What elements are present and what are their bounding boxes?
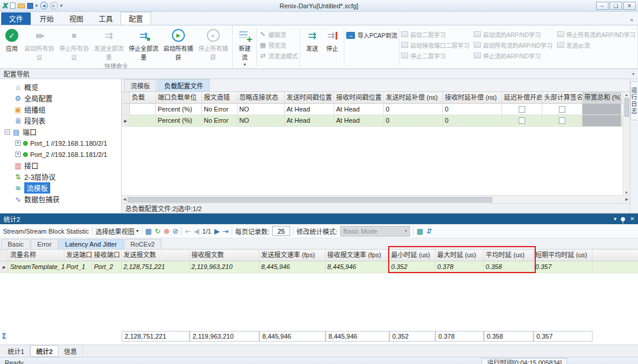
collapse-expander-icon[interactable] <box>5 129 10 135</box>
tab-statistics-2[interactable]: 统计2 <box>30 345 58 357</box>
column-header[interactable]: 发送时间戳位置 <box>285 92 334 103</box>
new-stream-button[interactable]: 新建流 ▾ <box>235 27 255 67</box>
tab-file[interactable]: 文件 <box>1 12 31 25</box>
stop-all-stream-arp-nd-button[interactable]: 停止所有流的ARP/ND学习 <box>557 29 636 39</box>
start-stream-arp-nd-button[interactable]: 启动流的ARP/ND学习 <box>474 29 552 39</box>
nav-item-segment-list[interactable]: ≣段列表 <box>0 115 121 126</box>
column-header[interactable]: 发送报文速率 (fps) <box>259 250 325 261</box>
column-header[interactable]: 短期平均时延 (us) <box>533 250 593 261</box>
header-signature-checkbox[interactable] <box>559 117 565 124</box>
column-header[interactable]: 接收报文数 <box>190 250 259 261</box>
open-file-icon[interactable] <box>18 4 25 8</box>
last-page-icon[interactable]: ⇥ <box>223 228 229 235</box>
nav-item-port-1[interactable]: Port_1 //192.168.1.180/2/1 <box>0 137 121 149</box>
nav-item-interface[interactable]: ▥接口 <box>0 160 121 171</box>
preview-stream-button[interactable]: ▦ 预览流 <box>259 40 298 50</box>
column-header[interactable]: 接收报文速率 (fps) <box>325 250 389 261</box>
nav-item-packet-capture[interactable]: ∿数据包捕获 <box>0 194 121 205</box>
maximize-button[interactable] <box>610 2 622 10</box>
tab-statistics-1[interactable]: 统计1 <box>2 346 30 356</box>
load-profile-row-1[interactable]: Percent (%) No Error NO At Head At Head … <box>122 104 623 115</box>
column-header[interactable]: 带宽总和 (%) <box>582 92 621 103</box>
column-header[interactable]: 发送端口 <box>64 250 92 261</box>
nav-item-stream-template[interactable]: ≋流模板 <box>0 182 121 194</box>
tab-info[interactable]: 信息 <box>58 346 83 356</box>
nav-item-overview[interactable]: ⌂概览 <box>0 81 121 93</box>
column-header[interactable]: 发送报文数 <box>122 250 190 261</box>
tab-stream-template-doc[interactable]: 流模板 <box>124 79 157 91</box>
stream-send-mode-button[interactable]: ⇄ 流发送模式 <box>259 51 298 61</box>
nav-item-ports[interactable]: ▤端口 <box>0 126 121 137</box>
undo-icon[interactable]: ◀ <box>40 2 48 9</box>
scrollbar-thumb[interactable] <box>624 98 629 117</box>
column-header[interactable]: 最小时延 (us) <box>389 250 435 261</box>
tab-basic[interactable]: Basic <box>1 239 30 249</box>
scroll-right-icon[interactable]: ▶ <box>626 197 629 202</box>
send-all-traffic-button[interactable]: 发送全部流量 <box>92 27 126 61</box>
new-file-icon[interactable] <box>10 2 15 9</box>
column-header[interactable]: 延迟补偿开启 <box>502 92 542 103</box>
stop-l2-learning-button[interactable]: 停止二层学习 <box>401 51 469 60</box>
stop-stream-arp-nd-button[interactable]: 停止流的ARP/ND学习 <box>474 51 552 60</box>
refresh-icon[interactable]: ↻ <box>155 228 161 235</box>
apply-button[interactable]: 应用 <box>2 27 22 53</box>
horizontal-scrollbar[interactable]: ◀ ▶ <box>122 195 630 203</box>
column-header[interactable]: 接收时延补偿 (ns) <box>443 92 502 103</box>
column-header[interactable]: 接收时间戳位置 <box>334 92 384 103</box>
quick-access-dropdown-icon[interactable]: ▾ <box>60 3 63 8</box>
panel-dropdown-icon[interactable]: ▾ <box>614 216 617 222</box>
page-size-input[interactable] <box>272 226 290 236</box>
tab-rocev2[interactable]: RoCEv2 <box>124 239 161 249</box>
close-button[interactable] <box>623 2 636 10</box>
pin-icon[interactable] <box>621 217 625 221</box>
stop-all-captures-button[interactable]: 停止所有捕获 <box>196 27 230 61</box>
tab-view[interactable]: 视图 <box>61 12 91 25</box>
next-page-icon[interactable]: ▶ <box>214 228 220 235</box>
latency-compensation-checkbox[interactable] <box>519 106 525 113</box>
panel-dropdown-icon[interactable]: ▾ <box>632 71 634 77</box>
tab-start[interactable]: 开始 <box>32 12 61 25</box>
column-header[interactable]: 忽略连接状态 <box>237 92 285 103</box>
tab-tools[interactable]: 工具 <box>91 12 121 25</box>
load-profile-row-2-selected[interactable]: Percent (%) No Error NO At Head At Head … <box>122 115 623 127</box>
expand-expander-icon[interactable] <box>15 152 21 157</box>
collapse-ribbon-icon[interactable] <box>630 18 633 24</box>
start-rx-port-l2-learning-button[interactable]: 启动接收端口二层学习 <box>401 40 469 50</box>
scroll-up-icon[interactable]: ▲ <box>624 93 629 97</box>
first-page-icon[interactable]: ⇤ <box>185 228 191 235</box>
column-header[interactable]: 流量名称 <box>8 250 64 261</box>
close-panel-icon[interactable]: ✕ <box>630 216 634 222</box>
start-all-stream-arp-nd-button[interactable]: 启动所有流的ARP/ND学习 <box>474 40 552 50</box>
grid-view-icon[interactable]: ▦ <box>145 228 152 235</box>
redo-icon[interactable]: ▶ <box>50 2 58 9</box>
scroll-down-icon[interactable]: ▼ <box>624 191 629 195</box>
tab-error[interactable]: Error <box>31 239 58 249</box>
column-header[interactable]: 端口负载单位 <box>156 92 202 103</box>
clear-statistics-icon[interactable]: ⊗ <box>164 228 170 235</box>
minimize-button[interactable] <box>596 2 608 10</box>
column-header[interactable]: 负载 <box>130 92 156 103</box>
run-log-tab[interactable]: 运行日志 <box>630 81 638 120</box>
save-icon[interactable] <box>27 3 33 9</box>
column-header[interactable]: 报文造错 <box>202 92 237 103</box>
save-dropdown-icon[interactable]: ▾ <box>35 3 38 8</box>
edit-stream-button[interactable]: ✎ 编辑流 <box>259 29 298 40</box>
stop-all-traffic-button[interactable]: 停止全部流量 <box>126 27 161 61</box>
sort-icon[interactable]: ⇵ <box>426 228 432 235</box>
start-l2-learning-button[interactable]: 启动二层学习 <box>401 29 469 39</box>
nav-item-l23-protocols[interactable]: ⇅2-3层协议 <box>0 171 121 182</box>
tab-latency-and-jitter[interactable]: Latency And Jitter <box>58 239 123 249</box>
stop-all-protocols-button[interactable]: 停止所有协议 <box>57 27 92 61</box>
latency-compensation-checkbox[interactable] <box>519 117 525 124</box>
filter-icon[interactable]: ⊘ <box>172 228 178 235</box>
send-button[interactable]: 发送 <box>302 27 322 53</box>
column-header[interactable]: 头部计算签名 <box>542 92 582 103</box>
header-signature-checkbox[interactable] <box>559 106 565 113</box>
select-result-view-button[interactable]: 选择结果视图▾ <box>96 227 139 236</box>
nav-item-port-2[interactable]: Port_2 //192.168.1.181/2/1 <box>0 149 121 160</box>
stop-button[interactable]: 停止 <box>322 27 342 53</box>
nav-item-global-config[interactable]: ⚙全局配置 <box>0 93 121 104</box>
column-header[interactable]: 最大时延 (us) <box>435 250 484 261</box>
column-header[interactable]: 接收端口 <box>92 250 122 261</box>
expand-expander-icon[interactable] <box>15 140 21 146</box>
